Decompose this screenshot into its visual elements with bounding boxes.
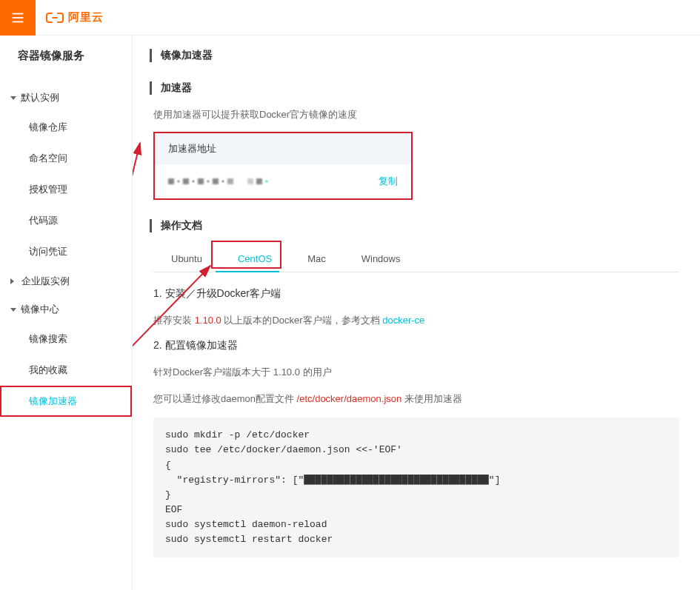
nav-group-image-center[interactable]: 镜像中心	[0, 295, 132, 324]
caret-down-icon	[10, 96, 16, 100]
step2-line2: 您可以通过修改daemon配置文件 /etc/docker/daemon.jso…	[153, 391, 679, 407]
step1-text: 推荐安装 1.10.0 以上版本的Docker客户端，参考文档 docker-c…	[153, 312, 679, 329]
step1-title: 1. 安装／升级Docker客户端	[153, 287, 679, 301]
nav-item-image-repo[interactable]: 镜像仓库	[0, 112, 132, 143]
nav-group-enterprise[interactable]: 企业版实例	[0, 267, 132, 295]
step2-line1: 针对Docker客户端版本大于 1.10.0 的用户	[153, 364, 679, 381]
step2-title: 2. 配置镜像加速器	[153, 339, 679, 352]
accelerator-address-box: 加速器地址 复制	[153, 132, 413, 200]
code-block[interactable]: sudo mkdir -p /etc/docker sudo tee /etc/…	[153, 418, 679, 557]
nav-item-my-favorites[interactable]: 我的收藏	[0, 355, 132, 386]
brand-name: 阿里云	[68, 10, 104, 24]
nav-item-namespace[interactable]: 命名空间	[0, 143, 132, 174]
docker-ce-link[interactable]: docker-ce	[382, 315, 424, 326]
config-path: /etc/docker/daemon.json	[297, 393, 402, 404]
aliyun-logo-icon	[46, 11, 64, 24]
nav-group-label: 镜像中心	[21, 303, 59, 316]
tab-centos[interactable]: CentOS	[220, 246, 290, 272]
tab-windows[interactable]: Windows	[344, 246, 419, 272]
nav-item-auth[interactable]: 授权管理	[0, 174, 132, 205]
copy-button[interactable]: 复制	[379, 175, 398, 188]
nav-item-mirror-accelerator[interactable]: 镜像加速器	[0, 386, 132, 417]
accelerator-section-title: 加速器	[150, 81, 679, 95]
nav-group-label: 默认实例	[21, 91, 59, 104]
hamburger-icon	[10, 10, 26, 26]
service-title: 容器镜像服务	[0, 49, 132, 84]
nav-group-default-instance[interactable]: 默认实例	[0, 84, 132, 112]
nav-item-image-search[interactable]: 镜像搜索	[0, 324, 132, 355]
page-title: 镜像加速器	[150, 49, 679, 62]
tab-mac[interactable]: Mac	[290, 246, 344, 272]
accelerator-description: 使用加速器可以提升获取Docker官方镜像的速度	[153, 108, 679, 121]
brand-logo[interactable]: 阿里云	[46, 10, 104, 24]
nav-item-code-source[interactable]: 代码源	[0, 205, 132, 236]
tab-underline	[216, 271, 279, 272]
caret-down-icon	[10, 308, 16, 312]
caret-right-icon	[10, 278, 17, 284]
accelerator-address-value	[168, 176, 268, 187]
nav-item-access-credential[interactable]: 访问凭证	[0, 236, 132, 267]
os-tabs: Ubuntu CentOS Mac Windows	[153, 246, 679, 272]
version-text: 1.10.0	[195, 315, 221, 326]
tab-ubuntu[interactable]: Ubuntu	[153, 246, 220, 272]
accelerator-address-header: 加速器地址	[155, 133, 411, 164]
menu-toggle[interactable]	[0, 0, 36, 36]
nav-group-label: 企业版实例	[21, 275, 70, 288]
docs-section-title: 操作文档	[150, 219, 679, 232]
